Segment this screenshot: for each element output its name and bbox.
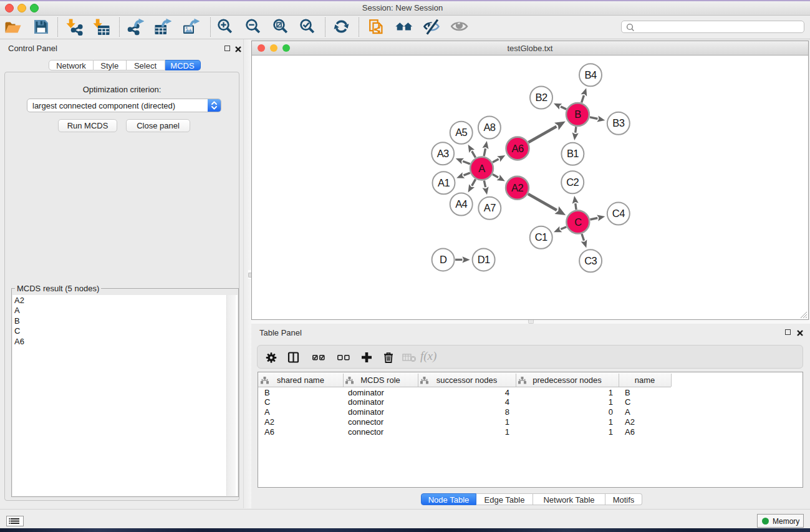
svg-text:A6: A6 xyxy=(512,143,524,154)
svg-text:B2: B2 xyxy=(536,92,547,103)
svg-text:D1: D1 xyxy=(478,254,490,265)
svg-text:A3: A3 xyxy=(437,148,449,159)
svg-text:C4: C4 xyxy=(612,208,625,219)
svg-text:A5: A5 xyxy=(455,127,467,138)
svg-text:A1: A1 xyxy=(438,177,450,188)
svg-text:A7: A7 xyxy=(484,202,496,213)
svg-text:C1: C1 xyxy=(535,231,547,243)
svg-text:B1: B1 xyxy=(567,148,579,159)
svg-text:C: C xyxy=(574,216,582,228)
svg-text:B: B xyxy=(574,109,581,120)
svg-text:B3: B3 xyxy=(612,117,624,128)
svg-text:A2: A2 xyxy=(511,182,523,193)
svg-text:A: A xyxy=(478,163,485,174)
svg-text:C3: C3 xyxy=(584,255,597,266)
svg-text:C2: C2 xyxy=(566,177,579,188)
svg-text:D: D xyxy=(440,254,447,265)
svg-text:A4: A4 xyxy=(455,198,467,210)
svg-text:B4: B4 xyxy=(585,69,597,80)
svg-text:A8: A8 xyxy=(483,122,495,133)
